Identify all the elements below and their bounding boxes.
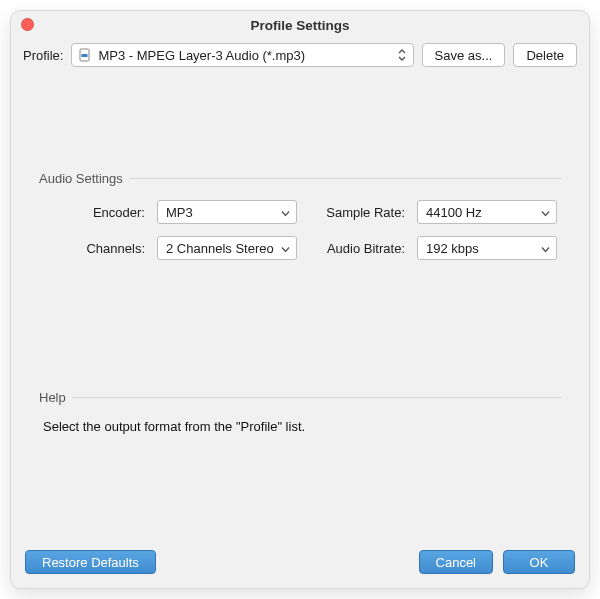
channels-select[interactable]: 2 Channels Stereo [157, 236, 297, 260]
channels-label: Channels: [47, 241, 147, 256]
restore-defaults-button[interactable]: Restore Defaults [25, 550, 156, 574]
bitrate-label: Audio Bitrate: [307, 241, 407, 256]
encoder-label: Encoder: [47, 205, 147, 220]
content-area: Audio Settings Encoder: MP3 Sample Rate:… [11, 77, 589, 540]
chevron-down-icon [541, 241, 550, 256]
profile-select-value: MP3 - MPEG Layer-3 Audio (*.mp3) [98, 48, 305, 63]
chevron-down-icon [281, 205, 290, 220]
divider [72, 397, 561, 398]
bitrate-select[interactable]: 192 kbps [417, 236, 557, 260]
ok-button[interactable]: OK [503, 550, 575, 574]
titlebar: Profile Settings [11, 11, 589, 39]
chevrons-icon [397, 48, 407, 62]
chevron-down-icon [281, 241, 290, 256]
window-title: Profile Settings [250, 18, 349, 33]
profile-row: Profile: MP3 - MPEG Layer-3 Audio (*.mp3… [11, 39, 589, 77]
divider [129, 178, 561, 179]
chevron-down-icon [541, 205, 550, 220]
footer: Restore Defaults Cancel OK [11, 540, 589, 588]
save-as-button[interactable]: Save as... [422, 43, 506, 67]
audio-settings-title: Audio Settings [39, 171, 123, 186]
help-text: Select the output format from the "Profi… [39, 419, 561, 434]
profile-settings-window: Profile Settings Profile: MP3 - MPEG Lay… [10, 10, 590, 589]
close-icon[interactable] [21, 18, 34, 31]
help-title: Help [39, 390, 66, 405]
mp3-file-icon [78, 48, 92, 62]
sample-rate-select[interactable]: 44100 Hz [417, 200, 557, 224]
delete-button[interactable]: Delete [513, 43, 577, 67]
profile-select[interactable]: MP3 - MPEG Layer-3 Audio (*.mp3) [71, 43, 413, 67]
svg-rect-1 [82, 54, 88, 57]
sample-rate-label: Sample Rate: [307, 205, 407, 220]
audio-settings-group: Audio Settings Encoder: MP3 Sample Rate:… [39, 171, 561, 260]
help-group: Help Select the output format from the "… [39, 390, 561, 434]
encoder-select[interactable]: MP3 [157, 200, 297, 224]
profile-label: Profile: [23, 48, 63, 63]
cancel-button[interactable]: Cancel [419, 550, 493, 574]
